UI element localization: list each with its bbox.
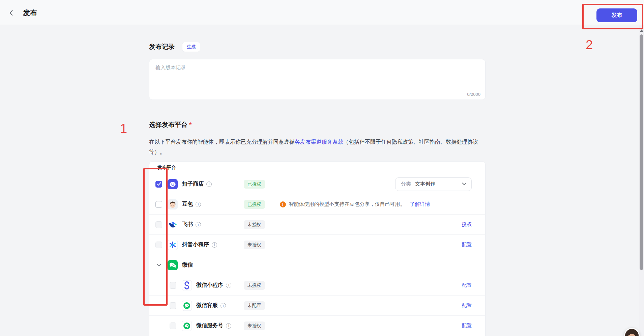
status-badge: 已授权 — [244, 180, 265, 189]
table-row-wechat-group: 微信 — [149, 255, 485, 275]
table-row-doubao: 豆包 i 已授权 ! 智能体使用的模型不支持在豆包分享，仅自己可用。 了解详情 — [149, 194, 485, 215]
release-notes-input[interactable] — [149, 59, 485, 90]
checkbox-checked[interactable] — [155, 181, 162, 188]
table-row-wechat-kf: 微信客服 i 未配置 配置 — [149, 296, 485, 316]
collapse-chevron-icon[interactable] — [155, 263, 162, 267]
terms-link[interactable]: 各发布渠道服务条款 — [295, 139, 343, 145]
platform-name: 扣子商店 — [182, 180, 204, 188]
info-icon[interactable]: i — [226, 323, 231, 329]
scrollbar-thumb[interactable] — [640, 34, 643, 270]
feishu-icon — [168, 220, 178, 230]
doubao-icon — [168, 199, 178, 209]
category-label: 分类 — [401, 181, 411, 187]
info-icon[interactable]: i — [212, 242, 217, 248]
configure-link[interactable]: 配置 — [462, 323, 472, 329]
char-counter: 0/2000 — [467, 92, 480, 97]
platform-name: 抖音小程序 — [182, 241, 209, 248]
annotation-label-2: 2 — [586, 38, 593, 52]
scrollbar[interactable] — [639, 25, 644, 336]
status-badge: 未授权 — [244, 281, 265, 290]
platform-name: 微信小程序 — [196, 282, 223, 289]
platform-section-title: 选择发布平台* — [149, 120, 192, 129]
table-row-coze-store: 扣子商店 i 已授权 分类 文本创作 — [149, 174, 485, 194]
table-row-wechat-sa: 微信服务号 i 未授权 配置 — [149, 316, 485, 336]
header: 发布 发布 — [0, 0, 644, 25]
platform-title-text: 选择发布平台 — [149, 121, 187, 128]
publish-page: 发布 发布 2 1 发布记录 生成 0/2000 选择发布平台* 在以下平台发布… — [0, 0, 644, 336]
table-header: 发布平台 — [149, 162, 485, 174]
coze-store-icon — [168, 179, 178, 189]
release-notes-box: 0/2000 — [149, 59, 486, 100]
platform-name: 飞书 — [182, 221, 193, 228]
status-badge: 已授权 — [244, 200, 265, 209]
required-asterisk: * — [189, 121, 192, 128]
info-icon[interactable]: i — [206, 181, 212, 187]
wechat-kf-icon — [182, 301, 192, 311]
platform-name: 微信客服 — [196, 302, 218, 309]
configure-link[interactable]: 配置 — [462, 282, 472, 288]
info-icon[interactable]: i — [196, 202, 201, 207]
warning-text: 智能体使用的模型不支持在豆包分享，仅自己可用。 — [289, 201, 405, 207]
warning-icon: ! — [280, 201, 286, 207]
description-text-before: 在以下平台发布你的智能体，即表示你已充分理解并同意遵循 — [149, 139, 295, 145]
checkbox-disabled[interactable] — [170, 282, 176, 289]
release-notes-title: 发布记录 — [149, 43, 175, 51]
checkbox-unchecked[interactable] — [155, 201, 162, 208]
checkbox-disabled[interactable] — [155, 242, 162, 248]
publish-button[interactable]: 发布 — [596, 8, 637, 22]
platform-table: 发布平台 扣子商店 i 已授权 分类 文本创作 — [149, 161, 486, 336]
platform-name: 微信服务号 — [196, 322, 223, 329]
status-badge: 未授权 — [244, 220, 265, 229]
annotation-label-1: 1 — [120, 121, 127, 136]
status-badge: 未配置 — [244, 301, 265, 310]
status-badge: 未授权 — [244, 321, 265, 330]
wechat-icon — [168, 260, 178, 270]
douyin-mini-icon — [168, 240, 178, 250]
back-icon[interactable] — [7, 9, 16, 17]
platform-description: 在以下平台发布你的智能体，即表示你已充分理解并同意遵循各发布渠道服务条款（包括但… — [149, 137, 486, 157]
info-icon[interactable]: i — [221, 303, 226, 308]
checkbox-disabled[interactable] — [155, 221, 162, 228]
wechat-sa-icon — [182, 321, 192, 331]
configure-link[interactable]: 配置 — [462, 302, 472, 309]
platform-name: 豆包 — [182, 201, 193, 208]
chevron-down-icon — [462, 183, 467, 186]
page-title: 发布 — [23, 8, 37, 18]
checkbox-disabled[interactable] — [170, 302, 176, 309]
learn-more-link[interactable]: 了解详情 — [410, 201, 430, 207]
info-icon[interactable]: i — [196, 222, 201, 227]
table-row-feishu: 飞书 i 未授权 授权 — [149, 215, 485, 235]
table-row-wechat-mini: 微信小程序 i 未授权 配置 — [149, 275, 485, 296]
table-row-douyin-mini: 抖音小程序 i 未授权 配置 — [149, 235, 485, 255]
status-badge: 未授权 — [244, 241, 265, 249]
scrollbar-up-arrow[interactable] — [640, 29, 643, 32]
platform-name: 微信 — [182, 261, 193, 269]
configure-link[interactable]: 配置 — [462, 242, 472, 248]
checkbox-disabled[interactable] — [170, 323, 176, 329]
assistant-avatar[interactable] — [624, 328, 640, 336]
category-value: 文本创作 — [415, 181, 462, 187]
category-select[interactable]: 分类 文本创作 — [395, 177, 472, 191]
info-icon[interactable]: i — [226, 283, 231, 288]
wechat-mini-icon — [182, 280, 192, 290]
generate-button[interactable]: 生成 — [182, 42, 200, 52]
authorize-link[interactable]: 授权 — [462, 221, 472, 228]
release-notes-header: 发布记录 生成 — [149, 42, 200, 52]
